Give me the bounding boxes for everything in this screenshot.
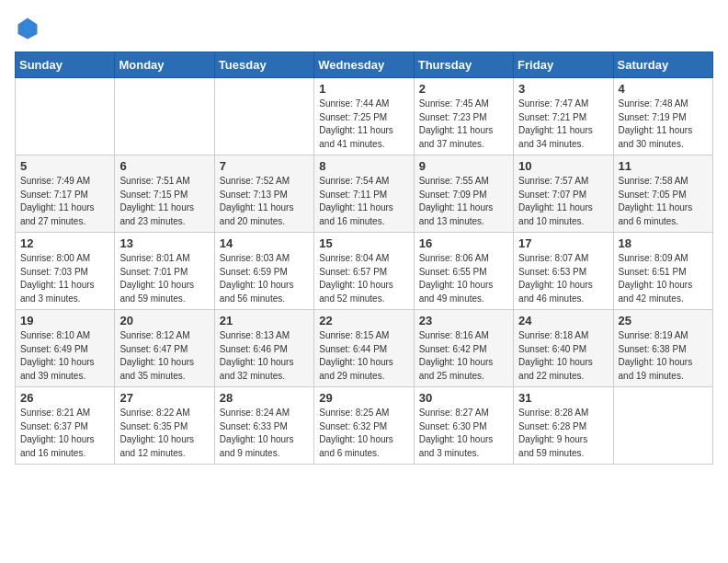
day-number: 20	[119, 314, 209, 327]
col-header-tuesday: Tuesday	[214, 52, 313, 78]
day-info: Sunrise: 7:51 AMSunset: 7:15 PMDaylight:…	[119, 175, 209, 228]
day-cell: 26Sunrise: 8:21 AMSunset: 6:37 PMDayligh…	[16, 387, 115, 465]
day-info: Sunrise: 8:04 AMSunset: 6:57 PMDaylight:…	[319, 252, 408, 305]
day-cell: 16Sunrise: 8:06 AMSunset: 6:55 PMDayligh…	[414, 233, 513, 310]
day-cell: 9Sunrise: 7:55 AMSunset: 7:09 PMDaylight…	[414, 155, 513, 233]
day-info: Sunrise: 7:49 AMSunset: 7:17 PMDaylight:…	[20, 175, 109, 228]
day-cell: 30Sunrise: 8:27 AMSunset: 6:30 PMDayligh…	[414, 387, 513, 465]
day-cell: 20Sunrise: 8:12 AMSunset: 6:47 PMDayligh…	[115, 310, 214, 387]
day-cell: 1Sunrise: 7:44 AMSunset: 7:25 PMDaylight…	[314, 78, 414, 155]
day-number: 24	[518, 314, 608, 327]
day-info: Sunrise: 8:01 AMSunset: 7:01 PMDaylight:…	[119, 252, 209, 305]
day-cell	[214, 78, 313, 155]
day-cell: 28Sunrise: 8:24 AMSunset: 6:33 PMDayligh…	[214, 387, 313, 465]
day-cell: 15Sunrise: 8:04 AMSunset: 6:57 PMDayligh…	[314, 233, 414, 310]
day-info: Sunrise: 8:18 AMSunset: 6:40 PMDaylight:…	[518, 329, 608, 383]
day-cell: 22Sunrise: 8:15 AMSunset: 6:44 PMDayligh…	[314, 310, 414, 387]
day-number: 28	[220, 391, 309, 405]
day-number: 12	[20, 236, 109, 250]
day-number: 8	[319, 159, 408, 173]
day-cell: 13Sunrise: 8:01 AMSunset: 7:01 PMDayligh…	[115, 233, 214, 310]
day-info: Sunrise: 7:58 AMSunset: 7:05 PMDaylight:…	[619, 175, 708, 228]
logo-icon	[15, 15, 40, 40]
day-number: 9	[419, 159, 508, 173]
day-info: Sunrise: 7:44 AMSunset: 7:25 PMDaylight:…	[319, 98, 408, 151]
day-number: 1	[319, 82, 408, 96]
day-info: Sunrise: 8:07 AMSunset: 6:53 PMDaylight:…	[518, 252, 608, 305]
logo	[15, 15, 44, 40]
day-number: 2	[419, 82, 508, 96]
day-info: Sunrise: 8:25 AMSunset: 6:32 PMDaylight:…	[319, 407, 408, 460]
day-info: Sunrise: 7:57 AMSunset: 7:07 PMDaylight:…	[518, 175, 608, 228]
week-row-2: 5Sunrise: 7:49 AMSunset: 7:17 PMDaylight…	[16, 155, 713, 233]
day-cell: 11Sunrise: 7:58 AMSunset: 7:05 PMDayligh…	[613, 155, 712, 233]
day-info: Sunrise: 8:03 AMSunset: 6:59 PMDaylight:…	[220, 252, 309, 305]
day-info: Sunrise: 8:10 AMSunset: 6:49 PMDaylight:…	[20, 329, 109, 383]
day-number: 7	[220, 159, 309, 173]
day-cell: 5Sunrise: 7:49 AMSunset: 7:17 PMDaylight…	[16, 155, 115, 233]
day-cell: 23Sunrise: 8:16 AMSunset: 6:42 PMDayligh…	[414, 310, 513, 387]
header-row: SundayMondayTuesdayWednesdayThursdayFrid…	[16, 52, 713, 78]
day-info: Sunrise: 8:13 AMSunset: 6:46 PMDaylight:…	[220, 329, 309, 383]
day-number: 5	[20, 159, 109, 173]
day-number: 16	[419, 236, 508, 250]
week-row-1: 1Sunrise: 7:44 AMSunset: 7:25 PMDaylight…	[16, 78, 713, 155]
day-number: 4	[619, 82, 708, 96]
col-header-saturday: Saturday	[613, 52, 712, 78]
day-info: Sunrise: 8:21 AMSunset: 6:37 PMDaylight:…	[20, 407, 109, 460]
day-number: 29	[319, 391, 408, 405]
day-cell: 31Sunrise: 8:28 AMSunset: 6:28 PMDayligh…	[514, 387, 613, 465]
day-number: 25	[619, 314, 708, 327]
day-cell: 7Sunrise: 7:52 AMSunset: 7:13 PMDaylight…	[214, 155, 313, 233]
day-number: 10	[518, 159, 608, 173]
day-number: 11	[619, 159, 708, 173]
day-info: Sunrise: 7:52 AMSunset: 7:13 PMDaylight:…	[220, 175, 309, 228]
day-info: Sunrise: 8:15 AMSunset: 6:44 PMDaylight:…	[319, 329, 408, 383]
day-info: Sunrise: 8:06 AMSunset: 6:55 PMDaylight:…	[419, 252, 508, 305]
col-header-friday: Friday	[514, 52, 613, 78]
day-number: 26	[20, 391, 109, 405]
day-info: Sunrise: 8:12 AMSunset: 6:47 PMDaylight:…	[119, 329, 209, 383]
day-info: Sunrise: 8:28 AMSunset: 6:28 PMDaylight:…	[518, 407, 608, 460]
day-number: 21	[220, 314, 309, 327]
day-cell: 17Sunrise: 8:07 AMSunset: 6:53 PMDayligh…	[514, 233, 613, 310]
day-cell: 6Sunrise: 7:51 AMSunset: 7:15 PMDaylight…	[115, 155, 214, 233]
day-number: 30	[419, 391, 508, 405]
col-header-monday: Monday	[115, 52, 214, 78]
week-row-4: 19Sunrise: 8:10 AMSunset: 6:49 PMDayligh…	[16, 310, 713, 387]
day-number: 19	[20, 314, 109, 327]
day-info: Sunrise: 8:22 AMSunset: 6:35 PMDaylight:…	[119, 407, 209, 460]
day-number: 18	[619, 236, 708, 250]
day-cell: 3Sunrise: 7:47 AMSunset: 7:21 PMDaylight…	[514, 78, 613, 155]
day-cell: 24Sunrise: 8:18 AMSunset: 6:40 PMDayligh…	[514, 310, 613, 387]
day-cell: 19Sunrise: 8:10 AMSunset: 6:49 PMDayligh…	[16, 310, 115, 387]
day-info: Sunrise: 8:00 AMSunset: 7:03 PMDaylight:…	[20, 252, 109, 305]
day-info: Sunrise: 8:16 AMSunset: 6:42 PMDaylight:…	[419, 329, 508, 383]
col-header-sunday: Sunday	[16, 52, 115, 78]
day-number: 23	[419, 314, 508, 327]
day-cell: 14Sunrise: 8:03 AMSunset: 6:59 PMDayligh…	[214, 233, 313, 310]
day-number: 14	[220, 236, 309, 250]
day-cell: 8Sunrise: 7:54 AMSunset: 7:11 PMDaylight…	[314, 155, 414, 233]
day-number: 27	[119, 391, 209, 405]
day-cell: 12Sunrise: 8:00 AMSunset: 7:03 PMDayligh…	[16, 233, 115, 310]
day-cell	[613, 387, 712, 465]
day-cell: 18Sunrise: 8:09 AMSunset: 6:51 PMDayligh…	[613, 233, 712, 310]
day-cell: 2Sunrise: 7:45 AMSunset: 7:23 PMDaylight…	[414, 78, 513, 155]
calendar-table: SundayMondayTuesdayWednesdayThursdayFrid…	[15, 52, 713, 465]
day-cell: 21Sunrise: 8:13 AMSunset: 6:46 PMDayligh…	[214, 310, 313, 387]
week-row-3: 12Sunrise: 8:00 AMSunset: 7:03 PMDayligh…	[16, 233, 713, 310]
day-number: 22	[319, 314, 408, 327]
week-row-5: 26Sunrise: 8:21 AMSunset: 6:37 PMDayligh…	[16, 387, 713, 465]
day-info: Sunrise: 8:24 AMSunset: 6:33 PMDaylight:…	[220, 407, 309, 460]
col-header-thursday: Thursday	[414, 52, 513, 78]
day-cell: 27Sunrise: 8:22 AMSunset: 6:35 PMDayligh…	[115, 387, 214, 465]
day-cell: 4Sunrise: 7:48 AMSunset: 7:19 PMDaylight…	[613, 78, 712, 155]
page-header	[15, 15, 713, 40]
day-info: Sunrise: 7:45 AMSunset: 7:23 PMDaylight:…	[419, 98, 508, 151]
day-number: 17	[518, 236, 608, 250]
day-cell: 29Sunrise: 8:25 AMSunset: 6:32 PMDayligh…	[314, 387, 414, 465]
day-info: Sunrise: 7:47 AMSunset: 7:21 PMDaylight:…	[518, 98, 608, 151]
day-info: Sunrise: 8:27 AMSunset: 6:30 PMDaylight:…	[419, 407, 508, 460]
col-header-wednesday: Wednesday	[314, 52, 414, 78]
